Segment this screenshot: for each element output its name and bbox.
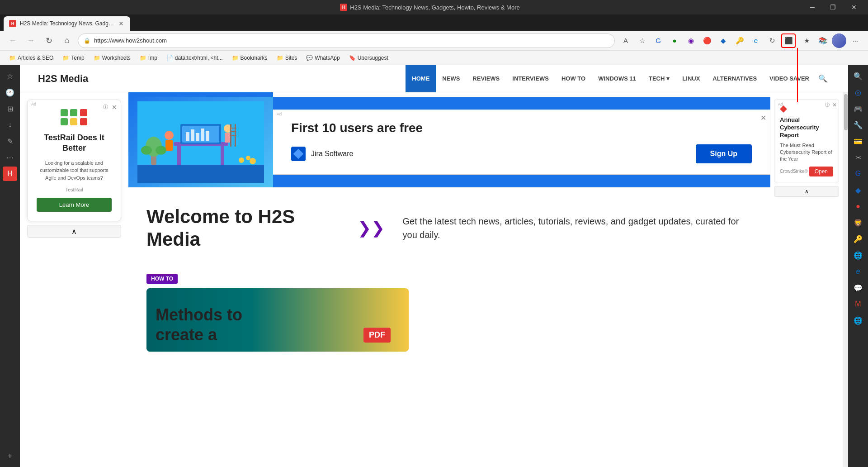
banner-ad-close-button[interactable]: ✕ <box>760 114 766 122</box>
right-collapse-icon: ∧ <box>805 188 809 195</box>
discover-sidebar-icon[interactable]: ◎ <box>851 85 865 100</box>
extension-red-sidebar-icon[interactable]: ● <box>851 199 865 214</box>
minimize-button[interactable]: ─ <box>802 0 823 14</box>
nav-extension-icons: A ☆ G ● ◉ 🔴 ◆ 🔑 e ↻ ⬛ ★ 📚 ··· <box>618 33 863 48</box>
main-content: Ad ✕ First 10 users are free Jira Softwa… <box>128 92 770 467</box>
grammarly-sidebar-icon[interactable]: G <box>851 167 865 181</box>
restore-button[interactable]: ❐ <box>823 0 844 14</box>
more-options-button[interactable]: ··· <box>848 33 863 48</box>
nav-windows11[interactable]: WINDOWS 11 <box>592 65 642 92</box>
folder-icon: 📁 <box>94 55 100 61</box>
browser-sidebar-right: 🔍 ◎ 🎮 🔧 💳 ✂ G ◆ ● 🦁 🔑 🌐 e 💬 M 🌐 <box>848 65 868 467</box>
bookmark-imp[interactable]: 📁 Imp <box>136 54 161 62</box>
globe-sidebar-icon[interactable]: 🌐 <box>851 313 865 328</box>
collections-sidebar-icon[interactable]: ⊞ <box>3 101 17 116</box>
bookmark-ubersuggest[interactable]: 🔖 Ubersuggest <box>345 54 392 62</box>
tools-sidebar-icon[interactable]: 🔧 <box>851 118 865 132</box>
nav-howto[interactable]: HOW TO <box>555 65 592 92</box>
gmail-sidebar-icon[interactable]: M <box>851 297 865 311</box>
navigation-bar: ← → ↻ ⌂ 🔒 https://www.how2shout.com A ☆ … <box>0 31 868 51</box>
left-ad-cta-button[interactable]: Learn More <box>37 198 112 212</box>
pocket-icon[interactable]: 🔴 <box>700 33 714 48</box>
favorites-bar-icon[interactable]: ★ <box>799 33 814 48</box>
back-button[interactable]: ← <box>5 33 20 48</box>
coupon-sidebar-icon[interactable]: ✂ <box>851 150 865 165</box>
address-bar[interactable]: 🔒 https://www.how2shout.com <box>78 33 615 48</box>
left-ad-collapse-button[interactable]: ∧ <box>27 225 121 238</box>
nav-tech[interactable]: TECH ▾ <box>642 65 676 92</box>
bookmark-sites[interactable]: 📁 Sites <box>273 54 301 62</box>
active-tab[interactable]: H H2S Media: Technology News, Gadgets, H… <box>4 16 130 31</box>
bookmark-worksheets[interactable]: 📁 Worksheets <box>90 54 134 62</box>
right-ad-close-button[interactable]: ✕ <box>832 102 837 108</box>
extension-purple-icon[interactable]: ◉ <box>684 33 698 48</box>
apps-sidebar-icon[interactable]: ⋯ <box>3 150 17 165</box>
notes-sidebar-icon[interactable]: ✎ <box>3 134 17 148</box>
profile-button[interactable] <box>832 33 846 48</box>
refresh-button[interactable]: ↻ <box>42 33 56 48</box>
nav-home[interactable]: HOME <box>406 65 436 92</box>
title-bar-text: H2S Media: Technology News, Gadgets, How… <box>350 4 519 11</box>
right-ad-sidebar: Ad ⓘ ✕ Annual Cybersecurity Report The M… <box>770 92 843 467</box>
add-sidebar-icon[interactable]: + <box>3 449 17 463</box>
bookmark-label: Ubersuggest <box>358 55 388 61</box>
split-screen-icon[interactable]: ⬛ <box>781 33 796 48</box>
edge-blue-sidebar-icon[interactable]: 🌐 <box>851 248 865 262</box>
site-nav-links: HOME NEWS REVIEWS INTERVIEWS HOW TO WIND… <box>406 65 830 92</box>
bookmark-temp[interactable]: 📁 Temp <box>59 54 88 62</box>
nav-interviews[interactable]: INTERVIEWS <box>506 65 555 92</box>
collections-icon[interactable]: 📚 <box>816 33 830 48</box>
bookmark-whatsapp[interactable]: 💬 WhatsApp <box>302 54 343 62</box>
svg-point-27 <box>250 158 256 164</box>
wallet-sidebar-icon[interactable]: 💳 <box>851 134 865 148</box>
ad-info-button[interactable]: ⓘ <box>103 104 108 110</box>
games-sidebar-icon[interactable]: 🎮 <box>851 101 865 116</box>
close-window-button[interactable]: ✕ <box>844 0 864 14</box>
downloads-sidebar-icon[interactable]: ↓ <box>3 118 17 132</box>
grammarly-icon[interactable]: G <box>651 33 665 48</box>
extension-refresh-icon[interactable]: ↻ <box>765 33 779 48</box>
site-search-icon[interactable]: 🔍 <box>816 71 830 86</box>
right-ad-cta-button[interactable]: Open <box>809 167 833 176</box>
right-ad-collapse-button[interactable]: ∧ <box>774 186 839 197</box>
page-scrollbar[interactable] <box>843 92 848 467</box>
h2s-sidebar-icon[interactable]: H <box>3 167 17 181</box>
search-sidebar-right-icon[interactable]: 🔍 <box>851 69 865 83</box>
crowdstrike-logo-icon <box>780 105 787 113</box>
nav-linux[interactable]: LINUX <box>676 65 706 92</box>
signup-button[interactable]: Sign Up <box>696 144 752 163</box>
favorites-star-icon[interactable]: ☆ <box>635 33 649 48</box>
bookmark-articles-seo[interactable]: 📁 Articles & SEO <box>5 54 57 62</box>
extension-nordvpn-sidebar-icon[interactable]: ◆ <box>851 183 865 197</box>
scrollbar-thumb[interactable] <box>844 94 848 130</box>
svg-rect-18 <box>230 128 236 129</box>
howto-card[interactable]: Methods to create a PDF <box>146 288 409 352</box>
forward-button[interactable]: → <box>24 33 38 48</box>
lastpass-sidebar-icon[interactable]: 🔑 <box>851 232 865 246</box>
nav-reviews[interactable]: REVIEWS <box>466 65 506 92</box>
tab-close-button[interactable]: ✕ <box>118 20 125 27</box>
extension-green-icon[interactable]: ● <box>667 33 682 48</box>
edge-logo-sidebar-icon[interactable]: e <box>851 264 865 279</box>
edge-circle-icon[interactable]: e <box>749 33 763 48</box>
favorites-sidebar-icon[interactable]: ☆ <box>3 69 17 83</box>
read-aloud-icon[interactable]: A <box>618 33 633 48</box>
whatsapp-icon: 💬 <box>306 55 313 61</box>
bookmarks-bar: 📁 Articles & SEO 📁 Temp 📁 Worksheets 📁 I… <box>0 51 868 65</box>
brave-sidebar-icon[interactable]: 🦁 <box>851 215 865 230</box>
lastpass-icon[interactable]: 🔑 <box>732 33 747 48</box>
history-sidebar-icon[interactable]: 🕐 <box>3 85 17 100</box>
bookmark-data-html[interactable]: 📄 data:text/html, <ht... <box>163 54 226 62</box>
nav-news[interactable]: NEWS <box>436 65 466 92</box>
right-ad-info-button[interactable]: ⓘ <box>825 102 830 108</box>
whatsapp-right-sidebar-icon[interactable]: 💬 <box>851 281 865 295</box>
ad-close-button[interactable]: ✕ <box>112 104 117 111</box>
nav-video-saver[interactable]: VIDEO SAVER <box>763 65 816 92</box>
nav-alternatives[interactable]: ALTERNATIVES <box>706 65 763 92</box>
nordvpn-icon[interactable]: ◆ <box>716 33 731 48</box>
window-controls[interactable]: ─ ❐ ✕ <box>802 0 864 14</box>
bookmark-bookmarks[interactable]: 📁 Bookmarks <box>228 54 271 62</box>
home-button[interactable]: ⌂ <box>60 33 74 48</box>
bookmark-label: data:text/html, <ht... <box>175 55 223 61</box>
lock-icon: 🔒 <box>84 38 90 44</box>
